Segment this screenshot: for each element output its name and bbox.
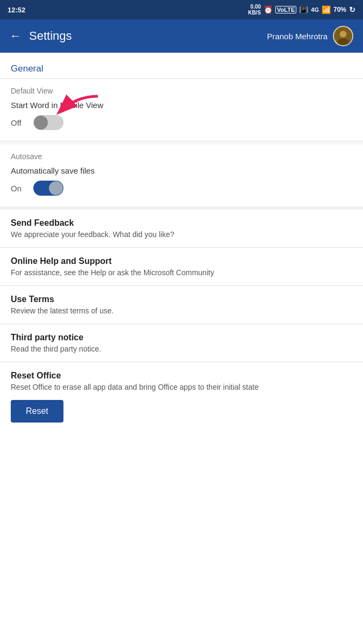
mobile-view-toggle-row: Off bbox=[11, 115, 352, 130]
settings-content: General Default View Start Word in Mobil… bbox=[0, 53, 363, 433]
status-time: 12:52 bbox=[8, 6, 25, 14]
send-feedback-item[interactable]: Send Feedback We appreciate your feedbac… bbox=[0, 210, 363, 248]
status-bar: 12:52 0.00KB/S ⏰ VoLTE 📳 4G 📶 70% ↻ bbox=[0, 0, 363, 19]
back-button[interactable]: ← bbox=[10, 29, 22, 43]
header-right: Pranob Mehrotra bbox=[267, 26, 353, 46]
signal-4g-icon: 4G bbox=[311, 6, 319, 13]
autosave-group: Autosave Automatically save files On bbox=[0, 145, 363, 210]
autosave-toggle-row: On bbox=[11, 181, 352, 196]
battery-icon: 70% bbox=[333, 6, 346, 13]
online-help-title: Online Help and Support bbox=[11, 256, 352, 266]
autosave-toggle-thumb bbox=[49, 181, 63, 195]
reset-button[interactable]: Reset bbox=[11, 400, 63, 423]
use-terms-item[interactable]: Use Terms Review the latest terms of use… bbox=[0, 286, 363, 324]
avatar[interactable] bbox=[333, 26, 353, 46]
header-left: ← Settings bbox=[10, 29, 72, 43]
autosave-toggle-state: On bbox=[11, 184, 26, 193]
toggle-thumb bbox=[34, 116, 48, 130]
default-view-group: Default View Start Word in Mobile View O… bbox=[0, 79, 363, 141]
app-header: ← Settings Pranob Mehrotra bbox=[0, 19, 363, 53]
third-party-desc: Read the third party notice. bbox=[11, 345, 352, 353]
autosave-item-label: Automatically save files bbox=[11, 166, 352, 175]
reset-section: Reset Office Reset Office to erase all a… bbox=[0, 362, 363, 433]
sync-icon: ↻ bbox=[349, 5, 355, 14]
send-feedback-title: Send Feedback bbox=[11, 218, 352, 228]
third-party-item[interactable]: Third party notice Read the third party … bbox=[0, 324, 363, 362]
autosave-label: Autosave bbox=[11, 152, 352, 161]
online-help-desc: For assistance, see the Help or ask the … bbox=[11, 268, 352, 277]
default-view-label: Default View bbox=[11, 87, 352, 95]
svg-point-2 bbox=[337, 38, 348, 46]
username-label: Pranob Mehrotra bbox=[267, 32, 328, 41]
use-terms-title: Use Terms bbox=[11, 295, 352, 304]
menu-items-list: Send Feedback We appreciate your feedbac… bbox=[0, 210, 363, 362]
mobile-view-label: Start Word in Mobile View bbox=[11, 101, 352, 110]
volte-icon: VoLTE bbox=[275, 6, 296, 13]
reset-title: Reset Office bbox=[11, 371, 352, 381]
page-title: Settings bbox=[29, 29, 72, 43]
use-terms-desc: Review the latest terms of use. bbox=[11, 306, 352, 315]
send-feedback-desc: We appreciate your feedback. What did yo… bbox=[11, 230, 352, 239]
alarm-icon: ⏰ bbox=[264, 5, 273, 14]
mobile-view-toggle-state: Off bbox=[11, 118, 26, 127]
mobile-view-toggle-wrapper bbox=[33, 115, 63, 130]
general-section-header: General bbox=[0, 53, 363, 79]
network-speed: 0.00KB/S bbox=[248, 4, 261, 16]
svg-point-1 bbox=[340, 31, 347, 38]
autosave-toggle[interactable] bbox=[33, 181, 63, 196]
signal-bars-icon: 📶 bbox=[322, 5, 331, 14]
online-help-item[interactable]: Online Help and Support For assistance, … bbox=[0, 248, 363, 286]
vibrate-icon: 📳 bbox=[299, 5, 308, 14]
general-label: General bbox=[11, 63, 43, 74]
status-icons-group: 0.00KB/S ⏰ VoLTE 📳 4G 📶 70% ↻ bbox=[248, 4, 355, 16]
mobile-view-toggle[interactable] bbox=[33, 115, 63, 130]
reset-desc: Reset Office to erase all app data and b… bbox=[11, 383, 352, 391]
third-party-title: Third party notice bbox=[11, 333, 352, 342]
